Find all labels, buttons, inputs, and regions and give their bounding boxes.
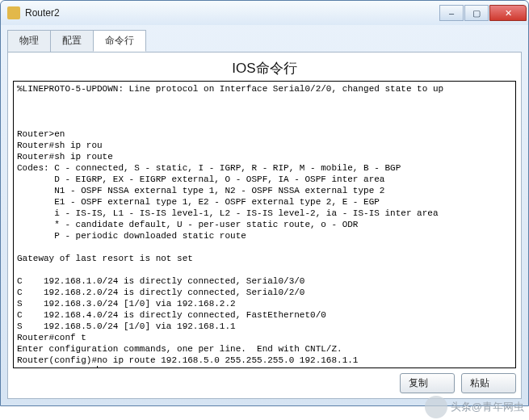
titlebar[interactable]: Router2 – ▢ ✕ — [1, 1, 528, 25]
app-icon — [7, 6, 20, 19]
tab-config[interactable]: 配置 — [50, 30, 94, 52]
paste-button[interactable]: 粘贴 — [461, 373, 516, 393]
cli-panel: IOS命令行 %LINEPROTO-5-UPDOWN: Line protoco… — [7, 52, 522, 399]
window-title: Router2 — [25, 7, 439, 19]
terminal[interactable]: %LINEPROTO-5-UPDOWN: Line protocol on In… — [13, 81, 516, 368]
copy-button[interactable]: 复制 — [400, 373, 455, 393]
app-window: Router2 – ▢ ✕ 物理 配置 命令行 IOS命令行 %LINEPROT… — [0, 0, 529, 406]
window-buttons: – ▢ ✕ — [439, 5, 527, 21]
tab-cli[interactable]: 命令行 — [93, 30, 146, 52]
close-button[interactable]: ✕ — [489, 5, 527, 21]
button-row: 复制 粘贴 — [13, 368, 516, 393]
minimize-button[interactable]: – — [439, 5, 464, 21]
terminal-text: %LINEPROTO-5-UPDOWN: Line protocol on In… — [17, 84, 443, 368]
tab-physical[interactable]: 物理 — [7, 30, 51, 52]
panel-heading: IOS命令行 — [13, 54, 516, 81]
maximize-button[interactable]: ▢ — [464, 5, 489, 21]
tabs: 物理 配置 命令行 — [1, 25, 528, 52]
